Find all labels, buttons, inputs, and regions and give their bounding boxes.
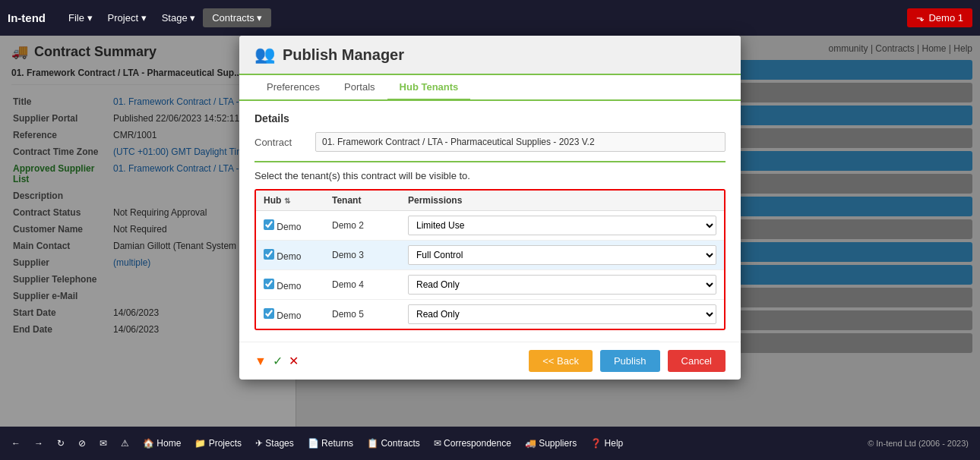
returns-nav-button[interactable]: 📄 Returns: [308, 438, 353, 449]
tab-hub-tenants[interactable]: Hub Tenants: [387, 75, 471, 101]
cancel-button[interactable]: Cancel: [668, 350, 726, 372]
correspondence-nav-button[interactable]: ✉ Correspondence: [434, 438, 511, 449]
projects-nav-button[interactable]: 📁 Projects: [194, 438, 242, 449]
tenants-table-body: Demo Demo 2 Limited Use Full Control Rea…: [256, 211, 724, 329]
back-button[interactable]: << Back: [529, 350, 593, 372]
exit-icon: ⬎: [916, 12, 925, 24]
publish-manager-modal: 👥 Publish Manager Preferences Portals Hu…: [239, 36, 741, 380]
nav-stage[interactable]: Stage ▾: [154, 12, 204, 24]
nav-contracts[interactable]: Contracts ▾: [203, 8, 271, 27]
table-row: Demo Demo 4 Limited Use Full Control Rea…: [256, 270, 724, 300]
hub-cell: Demo: [256, 270, 324, 300]
tenant-cell: Demo 2: [324, 211, 400, 241]
help-nav-button[interactable]: ❓ Help: [590, 438, 623, 449]
tenants-table-container: Hub ⇅ Tenant Permissions Demo: [254, 189, 726, 330]
contract-label: Contract: [254, 137, 308, 148]
stop-nav-button[interactable]: ⊘: [78, 438, 86, 449]
permission-select-demo5[interactable]: Limited Use Full Control Read Only: [408, 304, 716, 324]
modal-title: Publish Manager: [283, 46, 404, 64]
permission-select-demo4[interactable]: Limited Use Full Control Read Only: [408, 275, 716, 295]
table-row: Demo Demo 5 Limited Use Full Control Rea…: [256, 300, 724, 329]
copyright-text: © In-tend Ltd (2006 - 2023): [868, 439, 969, 448]
permission-cell: Limited Use Full Control Read Only: [400, 211, 724, 241]
check-all-icon[interactable]: ✓: [273, 354, 283, 368]
permission-select-demo3[interactable]: Limited Use Full Control Read Only: [408, 245, 716, 265]
bottom-toolbar: ← → ↻ ⊘ ✉ ⚠ 🏠 Home 📁 Projects ✈ Stages 📄…: [0, 427, 980, 460]
tenant-cell: Demo 3: [324, 241, 400, 270]
mail-nav-button[interactable]: ✉: [100, 438, 107, 449]
refresh-nav-button[interactable]: ↻: [57, 438, 65, 449]
hub-cell: Demo: [256, 241, 324, 270]
modal-tabs: Preferences Portals Hub Tenants: [239, 75, 741, 101]
forward-nav-button[interactable]: →: [34, 438, 43, 449]
brand-logo[interactable]: In-tend: [8, 11, 46, 24]
modal-overlay: 👥 Publish Manager Preferences Portals Hu…: [0, 36, 980, 427]
tenant-checkbox-demo2[interactable]: [264, 219, 274, 230]
table-row: Demo Demo 2 Limited Use Full Control Rea…: [256, 211, 724, 241]
tab-preferences[interactable]: Preferences: [254, 75, 332, 101]
home-nav-button[interactable]: 🏠 Home: [143, 438, 181, 449]
hub-column-header: Hub ⇅: [256, 191, 324, 211]
main-area: 🚚 Contract Summary 01. Framework Contrac…: [0, 36, 980, 427]
alert-nav-button[interactable]: ⚠: [121, 438, 129, 449]
tab-portals[interactable]: Portals: [332, 75, 387, 101]
stages-nav-button[interactable]: ✈ Stages: [255, 438, 294, 449]
user-demo-button[interactable]: ⬎ Demo 1: [907, 8, 972, 27]
publish-manager-icon: 👥: [254, 45, 275, 65]
permission-cell: Limited Use Full Control Read Only: [400, 270, 724, 300]
suppliers-nav-button[interactable]: 🚚 Suppliers: [525, 438, 577, 449]
footer-icons: ▼ ✓ ✕: [254, 354, 299, 368]
tenant-column-header: Tenant: [324, 191, 400, 211]
contract-value: 01. Framework Contract / LTA - Pharmaceu…: [315, 132, 726, 152]
modal-body: Details Contract 01. Framework Contract …: [239, 101, 741, 342]
nav-file[interactable]: File ▾: [61, 12, 100, 24]
contract-field-row: Contract 01. Framework Contract / LTA - …: [254, 132, 726, 152]
tenant-checkbox-demo4[interactable]: [264, 279, 274, 289]
hub-cell: Demo: [256, 211, 324, 241]
tenant-checkbox-demo5[interactable]: [264, 308, 274, 319]
back-nav-button[interactable]: ←: [11, 438, 21, 449]
top-navigation: In-tend File ▾ Project ▾ Stage ▾ Contrac…: [0, 0, 980, 36]
tenant-cell: Demo 4: [324, 270, 400, 300]
sort-icon[interactable]: ⇅: [284, 197, 290, 205]
contracts-nav-button[interactable]: 📋 Contracts: [367, 438, 420, 449]
details-section-title: Details: [254, 112, 726, 124]
nav-project[interactable]: Project ▾: [100, 12, 154, 24]
modal-footer: ▼ ✓ ✕ << Back Publish Cancel: [239, 342, 741, 380]
table-row: Demo Demo 3 Limited Use Full Control Rea…: [256, 241, 724, 270]
permission-cell: Limited Use Full Control Read Only: [400, 241, 724, 270]
tenants-table: Hub ⇅ Tenant Permissions Demo: [256, 191, 724, 329]
tenant-cell: Demo 5: [324, 300, 400, 329]
tenant-checkbox-demo3[interactable]: [264, 249, 274, 260]
table-header-row: Hub ⇅ Tenant Permissions: [256, 191, 724, 211]
clear-icon[interactable]: ✕: [289, 354, 299, 368]
hub-cell: Demo: [256, 300, 324, 329]
permission-select-demo2[interactable]: Limited Use Full Control Read Only: [408, 216, 716, 235]
select-tenants-text: Select the tenant(s) this contract will …: [254, 170, 726, 181]
filter-icon[interactable]: ▼: [254, 354, 267, 368]
modal-header: 👥 Publish Manager: [239, 36, 741, 75]
publish-button[interactable]: Publish: [600, 350, 660, 372]
permission-cell: Limited Use Full Control Read Only: [400, 300, 724, 329]
permissions-column-header: Permissions: [400, 191, 724, 211]
